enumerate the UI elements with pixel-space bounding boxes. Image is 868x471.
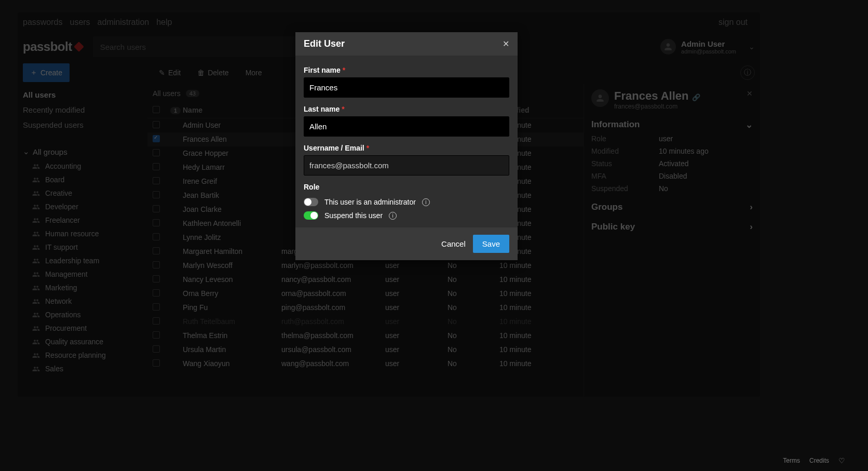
footer-credits[interactable]: Credits	[809, 457, 829, 464]
last-name-label: Last name *	[304, 105, 509, 113]
info-icon[interactable]: i	[389, 212, 397, 220]
username-label: Username / Email *	[304, 144, 509, 152]
cancel-button[interactable]: Cancel	[441, 239, 466, 248]
suspend-toggle-label: Suspend this user	[324, 211, 383, 220]
suspend-toggle[interactable]	[304, 211, 318, 220]
modal-title: Edit User	[304, 38, 345, 49]
first-name-label: First name *	[304, 66, 509, 74]
close-modal-button[interactable]: ✕	[503, 39, 509, 49]
footer: Terms Credits ♡	[783, 456, 845, 465]
admin-toggle[interactable]	[304, 198, 318, 206]
username-input	[304, 155, 509, 176]
heart-icon: ♡	[838, 456, 845, 465]
admin-toggle-label: This user is an administrator	[324, 198, 416, 206]
edit-user-modal: Edit User ✕ First name * Last name * Use…	[295, 32, 518, 260]
role-heading: Role	[304, 183, 509, 191]
footer-terms[interactable]: Terms	[783, 457, 800, 464]
save-button[interactable]: Save	[473, 235, 509, 253]
last-name-input[interactable]	[304, 116, 509, 137]
info-icon[interactable]: i	[422, 198, 430, 206]
first-name-input[interactable]	[304, 77, 509, 98]
